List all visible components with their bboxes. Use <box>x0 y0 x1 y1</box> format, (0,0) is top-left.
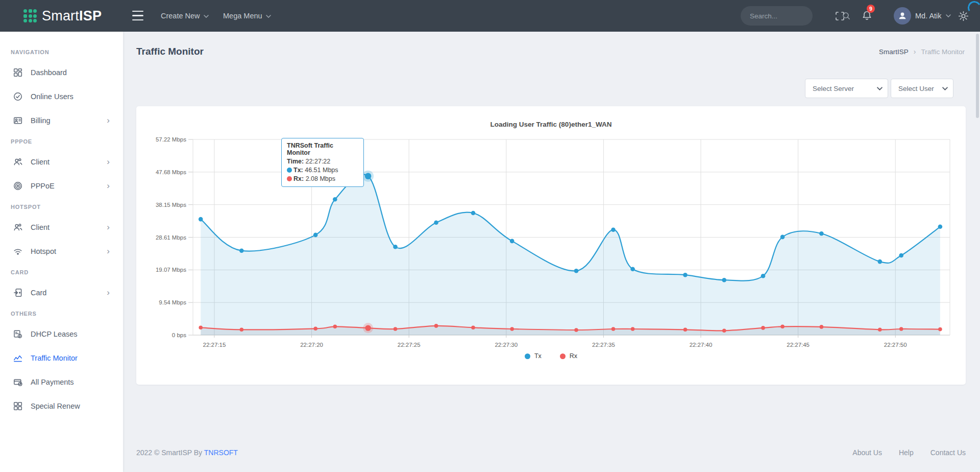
rx-point[interactable] <box>574 328 578 332</box>
tx-point[interactable] <box>938 225 943 229</box>
rx-highlight-point[interactable] <box>365 325 371 331</box>
hamburger-menu-icon[interactable] <box>132 11 143 20</box>
tx-point[interactable] <box>819 231 824 236</box>
tooltip-tx-row: Tx: 46.51 Mbps <box>287 167 358 174</box>
sidebar-item-client[interactable]: Client› <box>0 215 123 239</box>
sidebar-item-traffic-monitor[interactable]: Traffic Monitor <box>0 346 123 370</box>
brand-logo[interactable]: SmartISP <box>23 0 102 32</box>
x-tick-label: 22:27:45 <box>787 342 810 348</box>
y-tick-label: 38.15 Mbps <box>156 202 186 208</box>
tx-point[interactable] <box>199 217 203 222</box>
rx-point[interactable] <box>899 327 903 331</box>
fullscreen-icon[interactable] <box>835 0 845 32</box>
rx-point[interactable] <box>471 326 475 330</box>
sidebar-item-all-payments[interactable]: All Payments <box>0 370 123 394</box>
legend-item-tx[interactable]: Tx <box>525 352 542 360</box>
x-tick-label: 22:27:20 <box>300 342 323 348</box>
tx-point[interactable] <box>761 274 766 278</box>
user-menu[interactable]: Md. Atik <box>915 0 951 32</box>
user-select[interactable]: Select User <box>891 79 953 98</box>
sidebar-item-online-users[interactable]: Online Users <box>0 84 123 108</box>
tx-highlight-point[interactable] <box>365 173 372 179</box>
search-input[interactable] <box>741 12 842 20</box>
payments-icon <box>13 377 23 387</box>
tx-point[interactable] <box>899 253 903 258</box>
create-new-label: Create New <box>161 12 200 20</box>
traffic-chart[interactable]: 0 bps9.54 Mbps19.07 Mbps28.61 Mbps38.15 … <box>136 106 966 385</box>
sidebar-item-billing[interactable]: Billing› <box>0 108 123 132</box>
sidebar-item-label: Traffic Monitor <box>31 354 78 362</box>
user-avatar[interactable] <box>894 7 911 25</box>
sidebar-item-dhcp-leases[interactable]: DHCP Leases <box>0 322 123 346</box>
sidebar-item-dashboard[interactable]: Dashboard <box>0 60 123 84</box>
rx-point[interactable] <box>938 327 942 332</box>
about-us-link[interactable]: About Us <box>852 449 882 457</box>
rx-point[interactable] <box>394 327 398 331</box>
breadcrumb: SmartISP › Traffic Monitor <box>879 48 965 56</box>
tx-point[interactable] <box>683 273 688 277</box>
x-tick-label: 22:27:30 <box>495 342 518 348</box>
mega-menu[interactable]: Mega Menu <box>223 0 271 32</box>
notifications-bell-icon[interactable]: 9 <box>862 0 872 32</box>
users-icon <box>13 223 23 232</box>
scrollbar-thumb[interactable] <box>976 34 979 118</box>
legend-label: Rx <box>570 352 577 360</box>
rx-point[interactable] <box>240 328 244 332</box>
tx-point[interactable] <box>333 197 337 202</box>
create-new-menu[interactable]: Create New <box>161 0 209 32</box>
sidebar-item-hotspot[interactable]: Hotspot› <box>0 239 123 263</box>
sidebar-section-title: HOTSPOT <box>0 198 123 215</box>
tx-point[interactable] <box>780 235 785 240</box>
rx-point[interactable] <box>878 328 882 332</box>
help-link[interactable]: Help <box>899 449 914 457</box>
contact-us-link[interactable]: Contact Us <box>930 449 966 457</box>
page-footer: 2022 © SmartISP By TNRSOFT About Us Help… <box>136 449 966 457</box>
sidebar-item-pppoe[interactable]: PPPoE› <box>0 174 123 198</box>
tx-point[interactable] <box>878 259 883 264</box>
sidebar-item-card[interactable]: Card› <box>0 280 123 304</box>
sidebar-item-label: Dashboard <box>31 68 67 77</box>
server-select-wrap: Select Server <box>805 79 888 98</box>
rx-point[interactable] <box>683 328 688 332</box>
app-root: SmartISP Create New Mega Menu <box>0 0 980 472</box>
person-icon <box>897 11 908 21</box>
x-tick-label: 22:27:15 <box>203 342 226 348</box>
tx-point[interactable] <box>574 269 579 273</box>
rx-point[interactable] <box>333 325 337 329</box>
dhcp-icon <box>13 329 23 339</box>
rx-point[interactable] <box>510 327 514 331</box>
grid-icon <box>13 402 23 411</box>
rx-point[interactable] <box>780 325 785 329</box>
legend-item-rx[interactable]: Rx <box>560 352 577 360</box>
tx-point[interactable] <box>510 239 514 244</box>
rx-point[interactable] <box>199 326 203 330</box>
server-select[interactable]: Select Server <box>805 79 888 98</box>
check-circle-icon <box>13 92 23 101</box>
rx-point[interactable] <box>434 324 438 328</box>
rx-point[interactable] <box>761 326 765 330</box>
sidebar-item-special-renew[interactable]: Special Renew <box>0 394 123 418</box>
rx-point[interactable] <box>820 325 824 329</box>
tx-point[interactable] <box>434 221 438 225</box>
sidebar-item-client[interactable]: Client› <box>0 150 123 174</box>
tooltip-rx-row: Rx: 2.08 Mbps <box>287 175 358 182</box>
tnrsoft-link[interactable]: TNRSOFT <box>204 449 238 457</box>
settings-gear-icon[interactable] <box>958 0 969 32</box>
rx-point[interactable] <box>631 327 635 331</box>
tx-point[interactable] <box>393 245 398 249</box>
tx-point[interactable] <box>471 211 476 216</box>
rx-point[interactable] <box>722 329 726 333</box>
tx-point[interactable] <box>239 248 244 253</box>
tx-point[interactable] <box>630 267 635 272</box>
rx-point[interactable] <box>611 327 616 331</box>
tx-point[interactable] <box>611 228 616 232</box>
sidebar-item-label: PPPoE <box>31 182 55 190</box>
tx-point[interactable] <box>313 233 318 238</box>
target-icon <box>13 181 23 191</box>
tx-point[interactable] <box>722 278 727 282</box>
breadcrumb-root-link[interactable]: SmartISP <box>879 48 909 56</box>
rx-point[interactable] <box>313 327 317 331</box>
legend-label: Tx <box>534 352 542 360</box>
x-tick-label: 22:27:35 <box>592 342 615 348</box>
sidebar-item-label: All Payments <box>31 378 74 386</box>
